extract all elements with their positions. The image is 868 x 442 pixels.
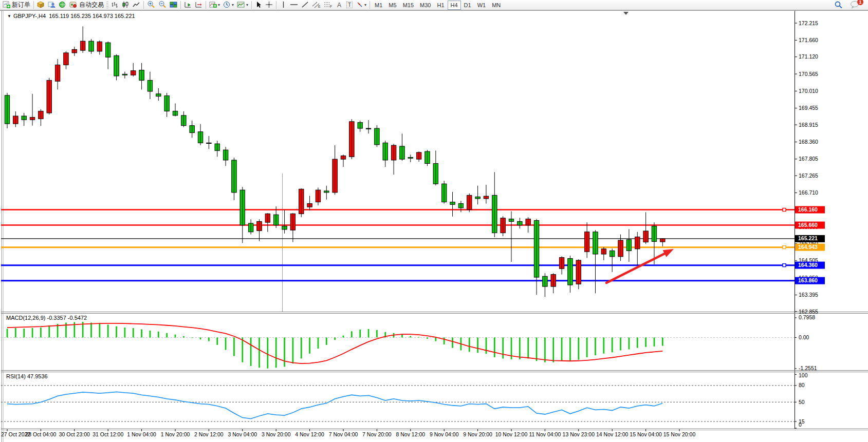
svg-text:80: 80 — [799, 382, 805, 388]
separator — [370, 1, 370, 9]
indicators-button[interactable]: ▾ — [208, 1, 221, 10]
timeframe-h1[interactable]: H1 — [434, 1, 447, 10]
svg-text:169.455: 169.455 — [799, 105, 818, 111]
hline-handle[interactable] — [783, 264, 786, 267]
search-icon — [834, 1, 843, 10]
autotrading-label: 自动交易 — [79, 1, 104, 9]
horizontal-line-icon — [290, 1, 298, 9]
macd-indicator-label: MACD(12,26,9) -0.3357 -0.5472 — [6, 315, 87, 321]
svg-text:7 Nov 20:00: 7 Nov 20:00 — [362, 431, 392, 437]
new-order-button[interactable]: 新订单 — [1, 1, 32, 10]
timeframe-m1[interactable]: M1 — [372, 1, 385, 10]
svg-text:166.710: 166.710 — [799, 189, 818, 196]
market-watch-button[interactable] — [35, 1, 46, 10]
ea-signal-button[interactable] — [57, 1, 68, 10]
text-tool-icon: A — [337, 2, 341, 9]
hline-handle[interactable] — [783, 246, 786, 249]
chart-shift-button[interactable] — [193, 1, 204, 10]
horizontal-line-tool-button[interactable] — [288, 1, 300, 10]
svg-text:13 Nov 23:00: 13 Nov 23:00 — [563, 431, 595, 437]
fibo-glyph: F — [330, 5, 332, 8]
timeframe-mn[interactable]: MN — [489, 1, 504, 10]
tile-windows-button[interactable] — [168, 1, 179, 10]
trendline-tool-button[interactable] — [300, 1, 310, 10]
rsi-line — [7, 392, 662, 418]
svg-text:3 Nov 20:00: 3 Nov 20:00 — [262, 431, 291, 437]
svg-text:100: 100 — [799, 372, 808, 378]
symbol-dropdown-icon[interactable]: ▼ — [7, 14, 11, 18]
separator — [33, 1, 34, 9]
svg-text:7 Nov 04:00: 7 Nov 04:00 — [329, 431, 358, 437]
candlestick-chart-icon — [122, 1, 130, 9]
periods-button[interactable]: ▾ — [221, 1, 235, 10]
auto-scroll-button[interactable] — [182, 1, 193, 10]
notifications-button[interactable]: 1 — [848, 1, 861, 10]
timeframe-d1[interactable]: D1 — [461, 1, 474, 10]
svg-text:9 Nov 04:00: 9 Nov 04:00 — [430, 431, 459, 437]
text-label-tool-button[interactable]: T — [344, 1, 355, 10]
data-window-button[interactable] — [46, 1, 57, 10]
svg-text:0.7958: 0.7958 — [799, 314, 815, 320]
template-chart-icon — [237, 1, 245, 9]
vertical-line-tool-button[interactable] — [278, 1, 288, 10]
zoom-in-button[interactable] — [145, 1, 157, 10]
svg-text:167.805: 167.805 — [799, 156, 818, 162]
separator — [251, 1, 252, 9]
svg-text:171.120: 171.120 — [799, 53, 818, 60]
svg-text:3 Nov 04:00: 3 Nov 04:00 — [228, 431, 257, 437]
separator — [143, 1, 144, 9]
chart-window[interactable]: 172.215171.660171.120170.565170.010169.4… — [0, 10, 868, 442]
separator — [180, 1, 181, 9]
arrows-icon — [356, 1, 363, 9]
timeframe-m15[interactable]: M15 — [400, 1, 417, 10]
timeframe-m30[interactable]: M30 — [417, 1, 434, 10]
symbol-ohlc-values: 165.119 165.235 164.973 165.221 — [49, 13, 135, 19]
trendline-icon — [301, 1, 309, 9]
new-order-icon — [3, 1, 10, 9]
indicators-icon — [209, 1, 217, 9]
toolbar: 新订单 自动交易 — [0, 0, 868, 10]
hline-handle[interactable] — [783, 208, 786, 212]
equidistant-channel-tool-button[interactable]: E — [310, 1, 322, 10]
fibonacci-tool-button[interactable]: F — [322, 1, 334, 10]
macd-signal-line — [7, 323, 662, 363]
chart-symbol-label[interactable]: ▼GBPJPY-,H4 165.119 165.235 164.973 165.… — [7, 13, 135, 19]
line-chart-button[interactable] — [131, 1, 142, 10]
notification-badge: 1 — [857, 0, 863, 5]
svg-text:168.360: 168.360 — [799, 139, 818, 145]
rsi-indicator-label: RSI(14) 47.9536 — [6, 373, 48, 379]
dropdown-caret: ▾ — [232, 3, 234, 7]
chart-shift-icon — [195, 1, 202, 9]
autotrading-icon — [69, 1, 78, 9]
svg-text:165.660: 165.660 — [798, 222, 818, 228]
bar-chart-button[interactable] — [109, 1, 120, 10]
text-tool-button[interactable]: A — [334, 1, 344, 10]
toolbar-drag-handle[interactable] — [106, 2, 108, 9]
time-axis[interactable]: 27 Oct 202228 Oct 04:0030 Oct 23:0031 Oc… — [1, 431, 695, 437]
timeframe-m5[interactable]: M5 — [385, 1, 399, 10]
svg-text:8 Nov 12:00: 8 Nov 12:00 — [396, 431, 425, 437]
zoom-out-button[interactable] — [157, 1, 168, 10]
templates-button[interactable]: ▾ — [235, 1, 250, 10]
timeframe-w1[interactable]: W1 — [474, 1, 489, 10]
candlestick-chart-button[interactable] — [120, 1, 131, 10]
trend-arrow-annotation[interactable] — [606, 254, 664, 283]
channel-icon: E — [312, 1, 321, 9]
arrows-tool-button[interactable]: ▾ — [355, 1, 368, 10]
symbol-title: GBPJPY-,H4 — [13, 13, 46, 19]
svg-text:168.915: 168.915 — [799, 122, 818, 128]
search-button[interactable] — [833, 1, 844, 10]
svg-text:9 Nov 20:00: 9 Nov 20:00 — [463, 431, 492, 437]
new-order-label: 新订单 — [12, 1, 30, 9]
svg-text:10 Nov 12:00: 10 Nov 12:00 — [495, 431, 528, 437]
svg-text:2 Nov 12:00: 2 Nov 12:00 — [194, 431, 224, 437]
chart-shift-marker[interactable] — [623, 12, 629, 15]
chart-canvas[interactable]: 172.215171.660171.120170.565170.010169.4… — [0, 10, 868, 442]
crosshair-tool-button[interactable] — [264, 1, 274, 10]
trend-arrow-head[interactable] — [663, 249, 674, 257]
autotrading-button[interactable]: 自动交易 — [68, 1, 105, 10]
timeframe-h4[interactable]: H4 — [448, 1, 461, 10]
svg-text:31 Oct 12:00: 31 Oct 12:00 — [93, 431, 123, 437]
cursor-tool-button[interactable] — [253, 1, 264, 10]
svg-text:163.860: 163.860 — [798, 277, 818, 283]
